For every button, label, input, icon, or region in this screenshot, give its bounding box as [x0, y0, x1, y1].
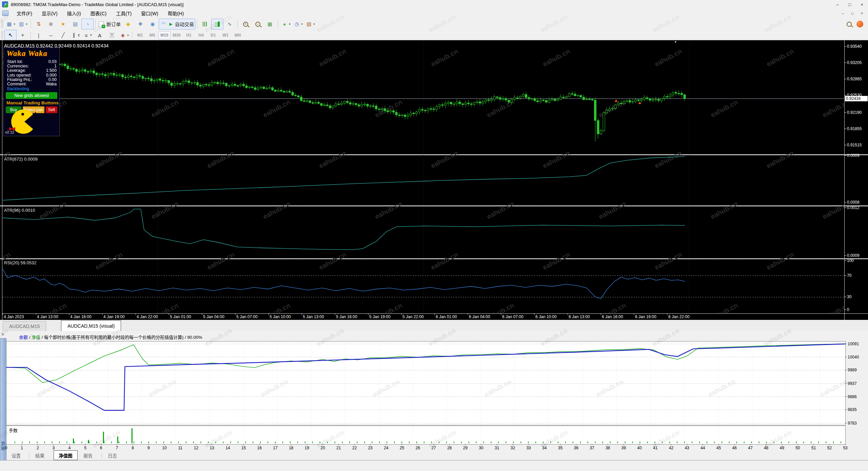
chart-line-button[interactable]: ∿	[223, 19, 236, 29]
metaeditor-button[interactable]: ◆	[122, 19, 134, 29]
mql-community-button[interactable]: ❖	[134, 19, 146, 29]
terminal-button[interactable]: ▤	[69, 19, 81, 29]
ea-grid-button[interactable]: New grids allowed	[6, 92, 57, 99]
time-tick-label: 6 Jan 19:00	[635, 314, 656, 319]
tf-d1-button[interactable]: D1	[207, 31, 219, 39]
tester-y-label: 9886	[848, 394, 857, 399]
subwindow-separator[interactable]	[0, 205, 868, 206]
indicators-button[interactable]: +▾	[280, 19, 292, 29]
tf-mn-button[interactable]: MN	[232, 31, 244, 39]
ea-manual-label: Manual Trading Buttons	[6, 100, 59, 105]
templates-button[interactable]: ▧▾	[304, 19, 316, 29]
subwindow-separator[interactable]	[0, 154, 868, 155]
periods-icon: ◷	[293, 21, 300, 27]
price-scale[interactable]: 0.935400.932050.928650.925300.921900.918…	[844, 40, 868, 313]
tester-x-label: 13	[209, 446, 215, 450]
tester-tab-journal[interactable]: 日志	[103, 451, 122, 459]
templates-icon: ▧	[305, 21, 312, 27]
child-restore-button[interactable]: □	[848, 10, 857, 16]
strategy-tester-icon: ◔	[84, 21, 91, 27]
tester-equity-plot[interactable]	[6, 341, 846, 425]
ea-sell-button[interactable]: Sell	[46, 106, 57, 113]
menu-tools[interactable]: 工具(T)	[111, 9, 136, 18]
new-chart-button[interactable]: ▦▾	[4, 19, 17, 29]
tester-x-label: 41	[652, 446, 659, 450]
tf-m15-button[interactable]: M15	[158, 31, 171, 39]
toolbar-grip[interactable]	[1, 31, 3, 39]
tester-tab-report[interactable]: 报告	[79, 451, 97, 459]
horizontal-line-icon: ─	[47, 32, 54, 39]
chart-bars-button[interactable]	[199, 19, 211, 29]
market-watch-button[interactable]: ⇅	[33, 19, 45, 29]
tester-tab-settings[interactable]: 设置	[7, 451, 25, 459]
tester-x-label: 7	[114, 446, 120, 450]
child-close-button[interactable]: ×	[857, 10, 867, 16]
legend-equity: 净值	[32, 335, 40, 340]
tester-tab-results[interactable]: 结果	[31, 451, 49, 459]
tester-x-label: 31	[494, 446, 500, 450]
data-window-button[interactable]: ⊕	[45, 19, 57, 29]
chart-area[interactable]	[0, 40, 868, 320]
text-button[interactable]: A	[94, 30, 106, 41]
menu-view[interactable]: 显示(V)	[37, 9, 62, 18]
text-label-button[interactable]: T	[106, 30, 118, 41]
minimize-button[interactable]: –	[831, 1, 844, 8]
tester-close-button[interactable]: x	[1, 332, 5, 337]
tester-x-label: 5	[82, 446, 89, 450]
new-order-button[interactable]: + 新订单	[97, 19, 122, 29]
fibonacci-icon: ≡	[83, 32, 90, 39]
tester-y-label: 10040	[848, 355, 859, 360]
tester-x-label: 8	[130, 446, 136, 450]
menu-file[interactable]: 文件(F)	[12, 9, 37, 18]
close-button[interactable]: ×	[856, 1, 868, 8]
navigator-button[interactable]: ★	[57, 19, 69, 29]
tester-tab-graph[interactable]: 净值图	[54, 450, 78, 460]
cursor-button[interactable]: ↖	[4, 30, 17, 41]
tab-audcad-m15[interactable]: AUDCAD,M15	[3, 321, 46, 331]
tf-m5-button[interactable]: M5	[146, 31, 158, 39]
restore-button[interactable]: □	[844, 1, 856, 8]
avatar[interactable]	[856, 21, 863, 27]
crosshair-button[interactable]: +	[17, 30, 29, 41]
time-axis[interactable]: 4 Jan 20234 Jan 13:004 Jan 16:004 Jan 19…	[0, 313, 868, 320]
tf-m30-button[interactable]: M30	[171, 31, 183, 39]
tile-windows-button[interactable]: ▦	[264, 19, 276, 29]
tester-x-label: 33	[525, 446, 532, 450]
tab-audcad-m15-visual[interactable]: AUDCAD,M15 (visual)	[61, 320, 121, 331]
tile-windows-icon: ▦	[267, 21, 273, 27]
child-minimize-button[interactable]: –	[838, 10, 848, 16]
arrows-button[interactable]: ◈▾	[118, 30, 130, 41]
menu-charts[interactable]: 图表(C)	[86, 9, 111, 18]
trendline-button[interactable]: ╱	[57, 30, 69, 41]
vertical-line-button[interactable]: |	[33, 30, 45, 41]
tester-x-label: 4	[66, 446, 73, 450]
menu-help[interactable]: 帮助(H)	[163, 9, 189, 18]
tester-lots-plot[interactable]	[6, 426, 846, 445]
periods-button[interactable]: ◷▾	[292, 19, 304, 29]
fibonacci-button[interactable]: ≡F	[81, 30, 94, 41]
tester-x-label: 26	[414, 446, 421, 450]
tester-x-label: 32	[509, 446, 516, 450]
fib-sub-label: F	[90, 34, 92, 37]
chart-candles-button[interactable]	[211, 19, 223, 29]
toolbar-grip[interactable]	[1, 20, 3, 28]
autotrading-button[interactable]: ◠ ▶ 自动交易	[159, 19, 195, 29]
tf-h4-button[interactable]: H4	[195, 31, 207, 39]
pacman-image	[11, 109, 36, 134]
menu-insert[interactable]: 插入(I)	[62, 9, 86, 18]
lots-label: 手数	[9, 427, 18, 433]
horizontal-line-button[interactable]: ─	[45, 30, 57, 41]
channel-button[interactable]: ∥E	[69, 30, 81, 41]
tester-x-label: 28	[446, 446, 453, 450]
market-button[interactable]: ◉	[146, 19, 159, 29]
tf-h1-button[interactable]: H1	[183, 31, 195, 39]
tf-w1-button[interactable]: W1	[219, 31, 232, 39]
zoom-in-button[interactable]: +	[239, 19, 252, 29]
menu-window[interactable]: 窗口(W)	[136, 9, 163, 18]
zoom-out-button[interactable]: −	[252, 19, 264, 29]
profiles-button[interactable]: ▥▾	[17, 19, 29, 29]
search-icon[interactable]	[847, 22, 852, 27]
strategy-tester-button[interactable]: ◔	[81, 19, 94, 29]
subwindow-separator[interactable]	[0, 258, 868, 259]
tf-m1-button[interactable]: M1	[134, 31, 146, 39]
